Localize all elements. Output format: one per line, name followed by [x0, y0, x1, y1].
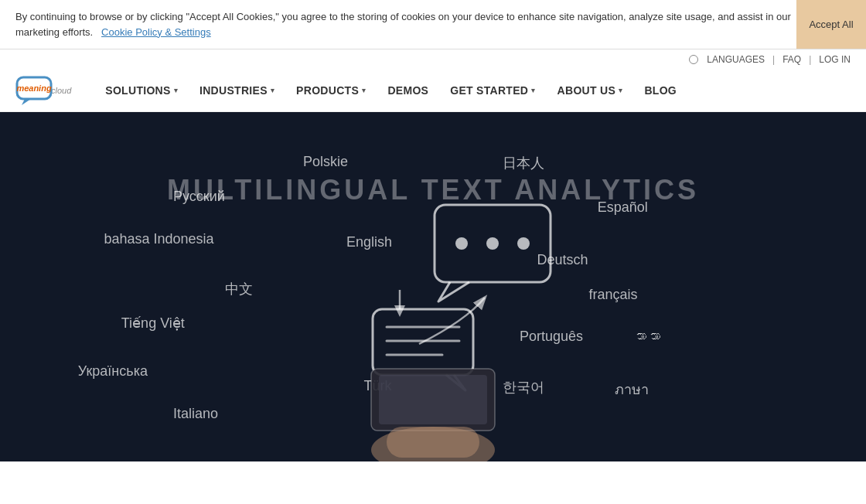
login-link[interactable]: LOG IN — [819, 54, 851, 65]
languages-link[interactable]: LANGUAGES — [707, 54, 765, 65]
header: meaning cloud SOLUTIONS ▾ INDUSTRIES ▾ P… — [0, 70, 866, 112]
lang-word: bahasa Indonesia — [104, 231, 213, 247]
nav-item-get-started[interactable]: GET STARTED ▾ — [439, 78, 546, 103]
languages-globe-icon — [689, 55, 698, 64]
faq-link[interactable]: FAQ — [782, 54, 801, 65]
accept-cookies-button[interactable]: Accept All — [796, 0, 866, 49]
nav-item-solutions[interactable]: SOLUTIONS ▾ — [94, 78, 189, 103]
svg-rect-15 — [387, 427, 479, 458]
svg-point-5 — [486, 237, 499, 250]
svg-point-4 — [455, 237, 468, 250]
nav-item-demos[interactable]: DEMOS — [377, 78, 439, 103]
lang-word: ဘာသာ — [632, 329, 660, 345]
separator-1: | — [772, 54, 775, 65]
separator-2: | — [809, 54, 811, 65]
svg-text:meaning: meaning — [16, 83, 52, 93]
lang-word: Italiano — [173, 406, 218, 422]
nav-item-products[interactable]: PRODUCTS ▾ — [285, 78, 377, 103]
nav-item-about-us[interactable]: ABOUT US ▾ — [547, 78, 634, 103]
svg-rect-13 — [379, 375, 487, 424]
chevron-down-icon: ▾ — [531, 87, 535, 94]
cookie-policy-link[interactable]: Cookie Policy & Settings — [101, 26, 211, 38]
utility-bar: LANGUAGES | FAQ | LOG IN — [0, 49, 866, 70]
nav-item-blog[interactable]: BLOG — [633, 78, 687, 103]
lang-word: Tiếng Việt — [121, 315, 185, 332]
svg-marker-11 — [394, 305, 405, 317]
logo-bubble-icon: meaning — [15, 76, 56, 105]
chevron-down-icon: ▾ — [271, 87, 274, 94]
svg-point-6 — [517, 237, 530, 250]
hero-section: PolskieРусский日本人Españolbahasa Indonesia… — [0, 112, 866, 461]
logo[interactable]: meaning cloud — [15, 76, 71, 105]
chevron-down-icon: ▾ — [362, 87, 366, 94]
lang-word: français — [589, 287, 638, 303]
chevron-down-icon: ▾ — [174, 87, 178, 94]
lang-word: Українська — [78, 363, 148, 380]
main-nav: SOLUTIONS ▾ INDUSTRIES ▾ PRODUCTS ▾ DEMO… — [94, 78, 851, 103]
hand-tablet-icon — [278, 361, 588, 461]
lang-word: 中文 — [225, 280, 253, 298]
cookie-banner: By continuing to browse or by clicking "… — [0, 0, 866, 49]
logo-container[interactable]: meaning cloud — [15, 76, 71, 105]
nav-item-industries[interactable]: INDUSTRIES ▾ — [189, 78, 285, 103]
lang-word: Polskie — [303, 154, 348, 170]
lang-word: 日本人 — [503, 154, 544, 172]
chevron-down-icon: ▾ — [619, 87, 622, 94]
lang-word: ภาษา — [615, 378, 649, 400]
